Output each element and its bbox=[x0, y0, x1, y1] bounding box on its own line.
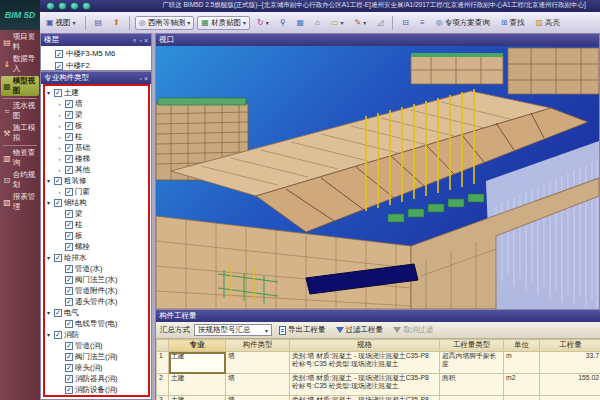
pin-icon[interactable]: ⚬ bbox=[132, 37, 138, 44]
checkbox-checked-icon[interactable]: ✓ bbox=[65, 111, 73, 119]
split-button[interactable]: ≡ bbox=[416, 17, 429, 29]
model-3d-view[interactable] bbox=[156, 46, 599, 309]
checkbox-checked-icon[interactable]: ✓ bbox=[65, 144, 73, 152]
checkbox-checked-icon[interactable]: ✓ bbox=[54, 89, 62, 97]
column-header[interactable]: 规格 bbox=[290, 340, 440, 352]
tree-row[interactable]: ✓ 管道附件(水) bbox=[41, 285, 151, 296]
tree-row[interactable]: ✓ 梁 bbox=[41, 208, 151, 219]
screenshot-button[interactable]: ⊟ bbox=[398, 17, 413, 29]
checkbox-checked-icon[interactable]: ✓ bbox=[65, 298, 73, 306]
tree-row[interactable]: ▾ ✓ 电气 bbox=[41, 307, 151, 318]
tree-row[interactable]: ✓ 管道(水) bbox=[41, 263, 151, 274]
axonometric-dropdown[interactable]: ◎ 西南等轴测 ▾ bbox=[135, 16, 195, 30]
tree-row[interactable]: ✓ 阀门法兰(消) bbox=[41, 351, 151, 362]
checkbox-checked-icon[interactable]: ✓ bbox=[55, 62, 63, 70]
tree-row[interactable]: › ✓ 楼梯 bbox=[41, 153, 151, 164]
walkthrough-button[interactable]: ⚲ bbox=[276, 17, 290, 29]
cell-major[interactable]: 土建 bbox=[169, 396, 226, 400]
measure-button[interactable]: ▭▾ bbox=[327, 17, 348, 29]
tree-row[interactable]: ✓ 管道(消) bbox=[41, 340, 151, 351]
tree-row[interactable]: ✓ 消防设备(消) bbox=[41, 384, 151, 395]
column-header[interactable]: 工程量类型 bbox=[440, 340, 504, 352]
floor-row[interactable]: ✓ 中楼F2 bbox=[41, 60, 151, 70]
cell-component-type[interactable]: 墙 bbox=[226, 352, 290, 374]
tree-caret-icon[interactable]: ▾ bbox=[45, 199, 52, 206]
tree-row[interactable]: ▾ ✓ 消防 bbox=[41, 329, 151, 340]
tree-row[interactable]: ▾ ✓ 给排水 bbox=[41, 252, 151, 263]
cell-spec[interactable]: 类别:墙 材质:混凝土 - 现场浇注混凝土C35-P8 砼标号:C35 砼类型:… bbox=[290, 374, 440, 396]
tree-row[interactable]: ✓ 电线导管(电) bbox=[41, 318, 151, 329]
tree-caret-icon[interactable]: ▾ bbox=[45, 309, 52, 316]
checkbox-checked-icon[interactable]: ✓ bbox=[65, 122, 73, 130]
tree-row[interactable]: › ✓ 其他 bbox=[41, 164, 151, 175]
cell-quantity-type[interactable]: 面积 bbox=[440, 374, 504, 396]
tree-caret-icon[interactable]: › bbox=[56, 134, 63, 140]
find-button[interactable]: ⊞ 查找 bbox=[497, 16, 529, 30]
cell-quantity-type[interactable] bbox=[440, 396, 504, 400]
tree-row[interactable]: ✓ 螺栓 bbox=[41, 241, 151, 252]
tree-row[interactable]: ✓ 通头管件(水) bbox=[41, 296, 151, 307]
cell-quantity[interactable]: 155.02 bbox=[540, 374, 600, 396]
cell-major[interactable]: 土建 bbox=[169, 352, 226, 374]
float-icon[interactable]: ▫ bbox=[139, 75, 141, 82]
tree-row[interactable]: › ✓ 梁 bbox=[41, 109, 151, 120]
material-map-dropdown[interactable]: ▦ 材质贴图 ▾ bbox=[197, 16, 250, 30]
sidebar-item[interactable]: ▦ 模型视图 bbox=[1, 76, 39, 96]
tree-caret-icon[interactable]: › bbox=[56, 156, 63, 162]
checkbox-checked-icon[interactable]: ✓ bbox=[65, 320, 73, 328]
cell-quantity-type[interactable]: 超高内墙脚手架长度 bbox=[440, 352, 504, 374]
highlight-button[interactable]: ▨ 高亮 bbox=[531, 16, 564, 30]
checkbox-checked-icon[interactable]: ✓ bbox=[65, 188, 73, 196]
tree-row[interactable]: ✓ 阀门法兰(水) bbox=[41, 274, 151, 285]
sidebar-item[interactable]: ⚒ 施工模拟 bbox=[1, 123, 39, 143]
tree-row[interactable]: ▾ ✓ 钢结构 bbox=[41, 197, 151, 208]
sidebar-item[interactable]: ⇓ 数据导入 bbox=[1, 54, 39, 74]
checkbox-checked-icon[interactable]: ✓ bbox=[65, 386, 73, 394]
checkbox-checked-icon[interactable]: ✓ bbox=[65, 287, 73, 295]
checkbox-checked-icon[interactable]: ✓ bbox=[55, 50, 63, 58]
up-level-button[interactable]: ⬆ bbox=[109, 17, 124, 29]
tree-row[interactable]: ▾ ✓ 粗装修 bbox=[41, 175, 151, 186]
building-button[interactable]: ⌂ bbox=[311, 17, 324, 29]
annotate-button[interactable]: ✎▾ bbox=[350, 17, 370, 29]
column-header[interactable]: 构件类型 bbox=[226, 340, 290, 352]
checkbox-checked-icon[interactable]: ✓ bbox=[65, 243, 73, 251]
filter-quantity-button[interactable]: 过滤工程量 bbox=[333, 324, 387, 337]
checkbox-checked-icon[interactable]: ✓ bbox=[65, 210, 73, 218]
rotate-tool-button[interactable]: ↻▾ bbox=[253, 17, 273, 29]
tree-caret-icon[interactable]: ▾ bbox=[45, 89, 52, 96]
tree-caret-icon[interactable]: › bbox=[56, 167, 63, 173]
checkbox-checked-icon[interactable]: ✓ bbox=[54, 177, 62, 185]
quick-button[interactable] bbox=[70, 2, 79, 10]
tree-row[interactable]: ✓ 柱 bbox=[41, 219, 151, 230]
tree-row[interactable]: › ✓ 板 bbox=[41, 120, 151, 131]
sidebar-item[interactable]: ▧ 报表管理 bbox=[1, 192, 39, 212]
export-quantity-button[interactable]: 导出工程量 bbox=[276, 324, 329, 337]
cell-component-type[interactable]: 墙 bbox=[226, 396, 290, 400]
checkbox-checked-icon[interactable]: ✓ bbox=[65, 155, 73, 163]
checkbox-checked-icon[interactable]: ✓ bbox=[65, 375, 73, 383]
checkbox-checked-icon[interactable]: ✓ bbox=[65, 133, 73, 141]
checkbox-checked-icon[interactable]: ✓ bbox=[65, 221, 73, 229]
checkbox-checked-icon[interactable]: ✓ bbox=[65, 265, 73, 273]
close-icon[interactable]: × bbox=[144, 75, 148, 82]
cell-component-type[interactable]: 墙 bbox=[226, 374, 290, 396]
tree-caret-icon[interactable]: ▾ bbox=[45, 177, 52, 184]
cell-unit[interactable]: m2 bbox=[504, 374, 540, 396]
checkbox-checked-icon[interactable]: ✓ bbox=[65, 232, 73, 240]
close-icon[interactable]: × bbox=[144, 37, 148, 44]
column-header[interactable]: 单位 bbox=[504, 340, 540, 352]
table-row[interactable]: 1 土建 墙 类别:墙 材质:混凝土 - 现场浇注混凝土C35-P8 砼标号:C… bbox=[157, 352, 600, 374]
tree-caret-icon[interactable]: › bbox=[56, 123, 63, 129]
grid-view-button[interactable]: ▦ bbox=[293, 17, 309, 29]
tree-caret-icon[interactable]: › bbox=[56, 112, 63, 118]
tree-caret-icon[interactable]: ▾ bbox=[45, 254, 52, 261]
checkbox-checked-icon[interactable]: ✓ bbox=[65, 166, 73, 174]
sidebar-item[interactable]: ≈ 流水视图 bbox=[1, 101, 39, 121]
tree-row[interactable]: › ✓ 墙 bbox=[41, 98, 151, 109]
sidebar-item[interactable]: ⊡ 合约规划 bbox=[1, 170, 39, 190]
checkbox-checked-icon[interactable]: ✓ bbox=[65, 342, 73, 350]
table-row[interactable]: 3 土建 墙 类别:墙 材质:混凝土 - 现场浇注混凝土C35-P8 砼标号:C… bbox=[157, 396, 600, 400]
sidebar-item[interactable]: ▤ 项目资料 bbox=[1, 32, 39, 52]
layers-button[interactable]: ▤ bbox=[91, 17, 107, 29]
